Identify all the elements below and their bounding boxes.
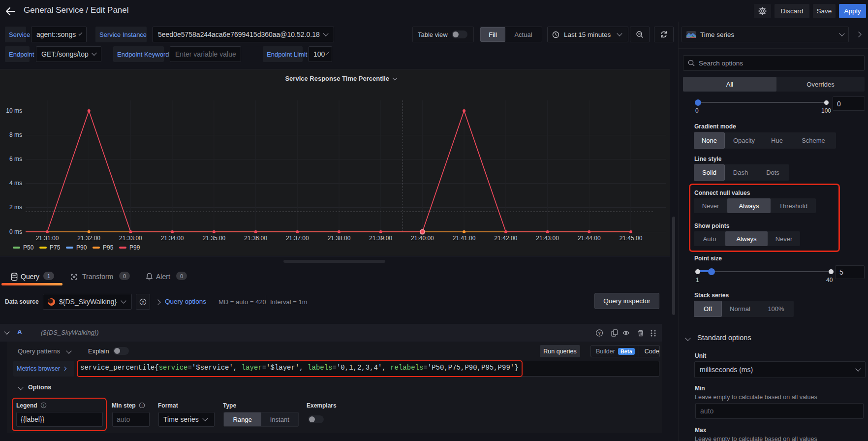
svg-text:21:36:00: 21:36:00: [244, 235, 267, 242]
svg-text:21:40:00: 21:40:00: [411, 235, 434, 242]
svg-text:0 ms: 0 ms: [9, 228, 22, 235]
svg-text:21:45:00: 21:45:00: [620, 235, 643, 242]
svg-text:P90: P90: [76, 244, 87, 251]
svg-text:P95: P95: [103, 244, 114, 251]
svg-text:21:41:00: 21:41:00: [453, 235, 476, 242]
svg-text:P50: P50: [23, 244, 34, 251]
svg-text:21:37:00: 21:37:00: [286, 235, 309, 242]
svg-text:21:35:00: 21:35:00: [203, 235, 226, 242]
svg-text:21:42:00: 21:42:00: [495, 235, 518, 242]
svg-text:21:44:00: 21:44:00: [578, 235, 601, 242]
svg-text:i: i: [142, 403, 143, 408]
svg-text:21:43:00: 21:43:00: [536, 235, 559, 242]
svg-text:6 ms: 6 ms: [9, 156, 22, 162]
svg-text:2 ms: 2 ms: [9, 204, 22, 211]
svg-text:21:33:00: 21:33:00: [119, 235, 142, 242]
svg-text:21:31:00: 21:31:00: [36, 235, 59, 242]
svg-text:?: ?: [598, 331, 601, 336]
svg-text:21:34:00: 21:34:00: [161, 235, 184, 242]
svg-text:10 ms: 10 ms: [6, 107, 22, 114]
svg-text:21:38:00: 21:38:00: [328, 235, 351, 242]
svg-text:21:32:00: 21:32:00: [77, 235, 100, 242]
svg-text:?: ?: [142, 299, 144, 304]
svg-text:8 ms: 8 ms: [9, 131, 22, 138]
svg-text:P99: P99: [129, 244, 140, 251]
svg-text:21:39:00: 21:39:00: [369, 235, 392, 242]
svg-text:P75: P75: [50, 244, 61, 251]
svg-text:4 ms: 4 ms: [9, 180, 22, 187]
